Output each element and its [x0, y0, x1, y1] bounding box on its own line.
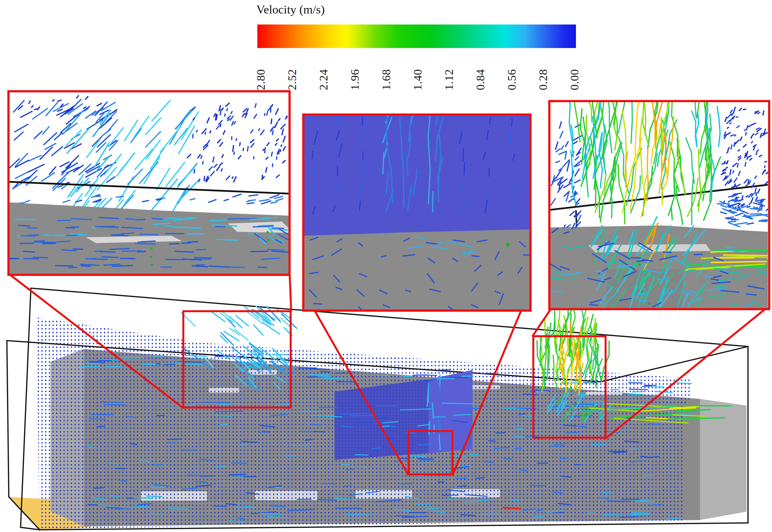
- cfd-velocity-figure: Velocity (m/s) 2.802.522.241.961.681.401…: [0, 0, 772, 532]
- colorbar-tick: 2.24: [317, 53, 330, 90]
- colorbar-tick: 1.40: [411, 53, 424, 90]
- colorbar-title: Velocity (m/s): [256, 2, 325, 16]
- colorbar-tick: 2.80: [254, 53, 267, 90]
- colorbar-tick: 1.12: [442, 53, 456, 90]
- colorbar-tick: 1.68: [380, 53, 393, 90]
- colorbar-tick: 0.56: [505, 53, 518, 90]
- colorbar-tick: 0.84: [474, 53, 487, 90]
- colorbar-tick: 2.52: [286, 53, 299, 90]
- main-3d-view: [5, 282, 755, 531]
- inset-panel-right: [548, 100, 770, 310]
- colorbar-tick: 1.96: [348, 53, 361, 90]
- inset-panel-left: [7, 90, 291, 276]
- colorbar-tick: 0.28: [536, 53, 550, 90]
- colorbar-tick: 0.00: [568, 53, 581, 90]
